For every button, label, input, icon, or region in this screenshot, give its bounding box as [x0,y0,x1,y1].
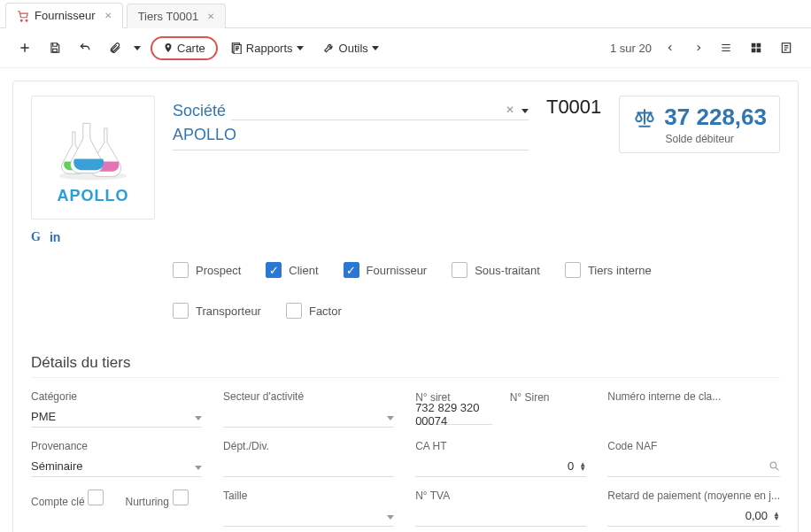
company-lookup[interactable]: ✕ [231,96,529,120]
label-ca-ht: CA HT [415,440,586,452]
close-icon[interactable]: ✕ [104,11,112,20]
rapports-button[interactable]: Rapports [223,38,311,58]
chevron-down-icon [297,46,304,50]
value-retard: 0,00 [745,509,768,522]
label-client: Client [289,264,318,277]
scale-icon [632,106,657,129]
record-code: T0001 [546,96,601,119]
type-checks: Prospect ✓Client ✓Fournisseur Sous-trait… [31,262,780,278]
label-tva: N° TVA [415,490,586,502]
search-icon[interactable] [769,460,780,472]
field-siren[interactable] [510,404,587,425]
label-code-naf: Code NAF [607,440,780,452]
report-icon [230,42,243,54]
linkedin-icon[interactable]: in [50,230,60,244]
add-button[interactable] [12,35,37,60]
checkbox-sous-traitant[interactable] [452,262,467,278]
chevron-down-icon[interactable] [387,509,394,522]
field-ca-ht[interactable]: 0 ▲▼ [415,456,586,477]
clear-icon[interactable]: ✕ [506,104,514,116]
carte-label: Carte [177,42,205,55]
label-transporteur: Transporteur [196,305,261,318]
chevron-down-icon [372,46,379,50]
company-name[interactable]: APOLLO [173,126,529,150]
carte-button[interactable]: Carte [151,36,218,60]
wrench-icon [323,42,336,54]
label-prospect: Prospect [196,264,241,277]
field-tva[interactable] [415,505,586,527]
stepper-icon[interactable]: ▲▼ [773,512,780,520]
balance-box: 37 228,63 Solde débiteur [619,96,780,153]
view-grid-button[interactable] [744,35,769,60]
balance-value: 37 228,63 [664,104,767,131]
pager-prev[interactable] [660,40,680,56]
attach-button[interactable] [103,35,127,60]
chevron-down-icon[interactable] [521,103,529,116]
tab-fournisseur[interactable]: Fournisseur ✕ [5,3,123,28]
chevron-down-icon[interactable] [195,410,202,423]
checkbox-compte-cle[interactable] [88,490,104,505]
field-categorie[interactable]: PME [31,406,202,428]
field-retard[interactable]: 0,00 ▲▼ [607,505,780,527]
label-dept: Dépt./Div. [223,440,394,452]
details-title: Détails du tiers [31,354,780,378]
attach-dropdown[interactable] [129,35,145,60]
stepper-icon[interactable]: ▲▼ [579,462,586,471]
company-label-link[interactable]: Société [173,102,226,120]
svg-rect-8 [757,49,761,53]
chevron-down-icon[interactable] [387,410,394,423]
undo-button[interactable] [73,35,97,60]
tab-bar: Fournisseur ✕ Tiers T0001 ✕ [0,0,811,28]
view-list-button[interactable] [714,35,738,60]
save-button[interactable] [42,35,67,60]
label-factor: Factor [309,305,342,318]
label-num-interne: Numéro interne de cla... [607,390,780,403]
pager: 1 sur 20 [610,40,708,56]
field-code-naf[interactable] [607,456,780,477]
checkbox-nurturing[interactable] [173,490,189,505]
value-categorie: PME [31,410,56,423]
svg-point-0 [20,19,22,21]
outils-button[interactable]: Outils [316,38,386,58]
field-num-interne[interactable] [607,406,780,428]
checkbox-client[interactable]: ✓ [266,262,282,278]
field-secteur[interactable] [223,406,394,428]
checkbox-prospect[interactable] [173,262,189,278]
tab-fournisseur-label: Fournisseur [35,9,96,22]
close-icon[interactable]: ✕ [207,12,214,21]
balance-label: Solde débiteur [632,133,767,145]
label-secteur: Secteur d'activité [223,390,394,403]
rapports-label: Rapports [246,42,293,55]
type-checks-row2: Transporteur Factor [31,303,780,319]
tab-tiers[interactable]: Tiers T0001 ✕ [127,4,227,28]
svg-rect-2 [53,49,58,52]
logo-image [49,111,137,181]
label-categorie: Catégorie [31,390,202,403]
checkbox-transporteur[interactable] [173,303,189,319]
checkbox-factor[interactable] [286,303,302,319]
chevron-down-icon[interactable] [195,459,202,473]
label-provenance: Provenance [31,440,202,452]
label-compte-cle: Compte clé [31,496,85,508]
logo-box[interactable]: APOLLO [31,96,155,220]
google-icon[interactable]: G [31,230,41,244]
checkbox-tiers-interne[interactable] [565,262,581,278]
value-provenance: Séminaire [31,459,83,473]
view-form-button[interactable] [774,35,799,60]
outils-label: Outils [339,42,368,55]
logo-text: APOLLO [58,187,129,205]
record-card: APOLLO G in Société ✕ APOLLO T0001 [12,81,799,532]
field-taille[interactable] [223,505,394,527]
details-grid: Catégorie PME Secteur d'activité N° sire… [31,390,780,532]
toolbar: Carte Rapports Outils 1 sur 20 [0,28,811,68]
pager-next[interactable] [689,40,708,56]
field-dept[interactable] [223,456,394,477]
pager-text: 1 sur 20 [610,42,652,55]
field-provenance[interactable]: Séminaire [31,456,202,477]
pin-icon [163,42,174,54]
attach-group [103,35,145,60]
svg-rect-6 [757,43,761,48]
field-siret[interactable]: 732 829 320 00074 [415,404,492,425]
checkbox-fournisseur[interactable]: ✓ [344,262,359,278]
chevron-down-icon [134,46,141,50]
